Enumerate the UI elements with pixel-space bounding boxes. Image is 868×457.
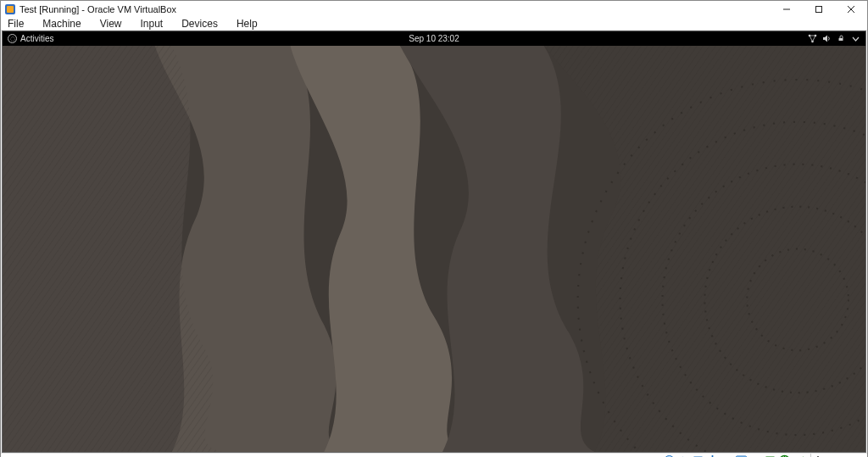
gnome-top-bar: ◌ Activities Sep 10 23:02 <box>3 31 865 46</box>
audio-icon[interactable] <box>677 454 690 457</box>
window-controls <box>771 1 867 18</box>
network-icon[interactable] <box>808 34 817 43</box>
svg-rect-3 <box>816 7 822 13</box>
shared-folder-icon[interactable] <box>721 454 733 457</box>
usb-icon[interactable] <box>706 454 719 457</box>
minimize-button[interactable] <box>771 1 803 18</box>
svg-rect-9 <box>839 38 843 41</box>
mouse-integration-icon[interactable] <box>778 454 791 457</box>
menu-view[interactable]: View <box>98 18 124 30</box>
menu-help[interactable]: Help <box>235 18 259 30</box>
menu-file[interactable]: File <box>6 18 25 30</box>
host-window: Test [Running] - Oracle VM VirtualBox Fi… <box>0 0 868 457</box>
menu-input[interactable]: Input <box>139 18 165 30</box>
volume-icon[interactable] <box>822 34 832 43</box>
svg-point-24 <box>712 455 714 457</box>
menu-machine[interactable]: Machine <box>41 18 82 30</box>
network-adapter-icon[interactable] <box>692 454 704 457</box>
gnome-system-tray[interactable] <box>808 34 860 43</box>
display-icon[interactable] <box>735 454 748 457</box>
chevron-down-icon[interactable] <box>851 34 860 43</box>
vbox-menubar: File Machine View Input Devices Help <box>1 18 867 31</box>
recording-icon[interactable] <box>749 454 762 457</box>
guest-display[interactable]: ◌ Activities Sep 10 23:02 <box>2 31 866 453</box>
menu-devices[interactable]: Devices <box>180 18 220 30</box>
clock[interactable]: Sep 10 23:02 <box>409 34 459 43</box>
cpu-icon[interactable] <box>764 454 776 457</box>
vbox-status-bar: Right Ctrl <box>1 453 867 457</box>
svg-rect-1 <box>7 6 14 13</box>
accessibility-icon[interactable]: ◌ <box>8 34 17 43</box>
maximize-button[interactable] <box>803 1 835 18</box>
power-icon[interactable] <box>837 34 846 43</box>
virtualbox-logo-icon <box>4 3 16 15</box>
host-key-indicator[interactable]: Right Ctrl <box>810 454 864 457</box>
hard-disk-icon[interactable] <box>648 454 661 457</box>
activities-button[interactable]: Activities <box>20 34 53 43</box>
window-title: Test [Running] - Oracle VM VirtualBox <box>19 4 176 14</box>
close-button[interactable] <box>835 1 867 18</box>
keyboard-icon[interactable] <box>793 454 805 457</box>
optical-disk-icon[interactable] <box>663 454 676 457</box>
desktop-wallpaper[interactable] <box>3 46 865 452</box>
window-titlebar: Test [Running] - Oracle VM VirtualBox <box>1 1 867 18</box>
